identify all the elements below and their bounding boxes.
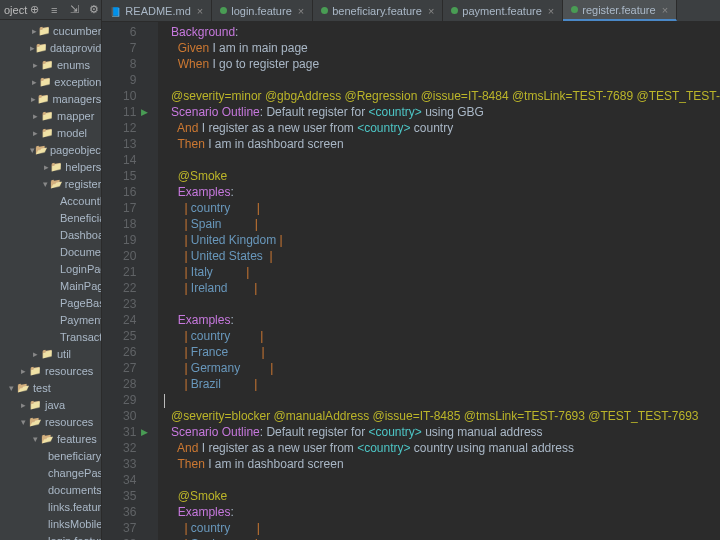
- collapse-icon[interactable]: ⇲: [67, 3, 81, 17]
- feature-icon: [571, 6, 578, 13]
- tree-arrow-icon: ▸: [30, 128, 40, 138]
- code-line[interactable]: [164, 152, 720, 168]
- fold-margin: [142, 22, 158, 540]
- line-number: 29: [102, 392, 136, 408]
- tree-node[interactable]: ▸util: [0, 345, 101, 362]
- tree-node[interactable]: ▾register: [0, 175, 101, 192]
- close-tab-icon[interactable]: ×: [662, 4, 668, 16]
- line-number: 33: [102, 456, 136, 472]
- code-line[interactable]: @Smoke: [164, 488, 720, 504]
- project-tree[interactable]: ▸cucumber▸dataproviders▸enums▸exception▸…: [0, 20, 101, 540]
- editor-tab[interactable]: README.md×: [102, 0, 212, 21]
- code-line[interactable]: Then I am in dashboard screen: [164, 456, 720, 472]
- code-line[interactable]: @severity=minor @gbgAddress @Regression …: [164, 88, 720, 104]
- close-tab-icon[interactable]: ×: [428, 5, 434, 17]
- tree-node[interactable]: linksMobileView.feature: [0, 515, 101, 532]
- code-line[interactable]: [164, 472, 720, 488]
- line-number: 17: [102, 200, 136, 216]
- code-line[interactable]: Scenario Outline: Default register for <…: [164, 424, 720, 440]
- code-line[interactable]: And I register as a new user from <count…: [164, 120, 720, 136]
- tree-node[interactable]: changePassword.feature: [0, 464, 101, 481]
- tree-label: DashboardPage: [60, 229, 101, 241]
- locate-icon[interactable]: ⊕: [27, 3, 41, 17]
- code-line[interactable]: Examples:: [164, 312, 720, 328]
- editor-tab[interactable]: beneficiary.feature×: [313, 0, 443, 21]
- editor-tab[interactable]: login.feature×: [212, 0, 313, 21]
- tree-label: LoginPage: [60, 263, 101, 275]
- tree-node[interactable]: ▾resources: [0, 413, 101, 430]
- code-line[interactable]: | Italy |: [164, 264, 720, 280]
- tree-node[interactable]: login.feature: [0, 532, 101, 540]
- tree-node[interactable]: beneficiary.feature: [0, 447, 101, 464]
- code-line[interactable]: @Smoke: [164, 168, 720, 184]
- code-line[interactable]: | country |: [164, 520, 720, 536]
- source-code[interactable]: Background: Given I am in main page When…: [158, 22, 720, 540]
- close-tab-icon[interactable]: ×: [197, 5, 203, 17]
- code-editor[interactable]: 6789101112131415161718192021222324252627…: [102, 22, 720, 540]
- code-line[interactable]: | country |: [164, 328, 720, 344]
- tree-node[interactable]: AccountPage: [0, 192, 101, 209]
- code-line[interactable]: | country |: [164, 200, 720, 216]
- code-line[interactable]: And I register as a new user from <count…: [164, 440, 720, 456]
- settings-icon[interactable]: ⚙: [87, 3, 101, 17]
- line-number: 6: [102, 24, 136, 40]
- tree-node[interactable]: PaymentPage: [0, 311, 101, 328]
- code-line[interactable]: When I go to register page: [164, 56, 720, 72]
- code-line[interactable]: Examples:: [164, 504, 720, 520]
- code-line[interactable]: Given I am in main page: [164, 40, 720, 56]
- tree-node[interactable]: ▸java: [0, 396, 101, 413]
- code-line[interactable]: | United Kingdom |: [164, 232, 720, 248]
- line-number: 37: [102, 520, 136, 536]
- close-tab-icon[interactable]: ×: [548, 5, 554, 17]
- tree-node[interactable]: ▸dataproviders: [0, 39, 101, 56]
- tree-node[interactable]: MainPage: [0, 277, 101, 294]
- tree-node[interactable]: ▸exception: [0, 73, 101, 90]
- tree-node[interactable]: ▸mapper: [0, 107, 101, 124]
- tree-node[interactable]: links.feature: [0, 498, 101, 515]
- tree-label: DocumentsPage: [60, 246, 101, 258]
- tab-label: register.feature: [582, 4, 655, 16]
- code-line[interactable]: [164, 296, 720, 312]
- code-line[interactable]: | Brazil |: [164, 376, 720, 392]
- tree-node[interactable]: TransactionPage: [0, 328, 101, 345]
- tree-node[interactable]: ▾pageobject: [0, 141, 101, 158]
- code-line[interactable]: | United States |: [164, 248, 720, 264]
- code-line[interactable]: | Spain |: [164, 216, 720, 232]
- tree-node[interactable]: ▾test: [0, 379, 101, 396]
- code-line[interactable]: | Ireland |: [164, 280, 720, 296]
- tree-label: mapper: [57, 110, 94, 122]
- line-number: 19: [102, 232, 136, 248]
- tree-node[interactable]: DocumentsPage: [0, 243, 101, 260]
- code-line[interactable]: Background:: [164, 24, 720, 40]
- tree-node[interactable]: LoginPage: [0, 260, 101, 277]
- tree-node[interactable]: ▾features: [0, 430, 101, 447]
- editor-tab[interactable]: register.feature×: [563, 0, 677, 21]
- expand-icon[interactable]: ≡: [47, 3, 61, 17]
- tree-label: managers: [52, 93, 101, 105]
- code-line[interactable]: Then I am in dashboard screen: [164, 136, 720, 152]
- tree-node[interactable]: PageBase: [0, 294, 101, 311]
- tree-node[interactable]: documents.feature: [0, 481, 101, 498]
- feature-icon: [451, 7, 458, 14]
- tree-label: resources: [45, 365, 93, 377]
- code-line[interactable]: Scenario Outline: Default register for <…: [164, 104, 720, 120]
- tree-node[interactable]: ▸enums: [0, 56, 101, 73]
- tree-node[interactable]: ▸helpers: [0, 158, 101, 175]
- tree-label: util: [57, 348, 71, 360]
- code-line[interactable]: | France |: [164, 344, 720, 360]
- editor-tab[interactable]: payment.feature×: [443, 0, 563, 21]
- close-tab-icon[interactable]: ×: [298, 5, 304, 17]
- line-number: 16: [102, 184, 136, 200]
- tree-node[interactable]: ▸model: [0, 124, 101, 141]
- tree-node[interactable]: ▸managers: [0, 90, 101, 107]
- tree-node[interactable]: ▸resources: [0, 362, 101, 379]
- tree-node[interactable]: ▸cucumber: [0, 22, 101, 39]
- code-line[interactable]: @severity=blocker @manualAddress @issue=…: [164, 408, 720, 424]
- code-line[interactable]: [164, 392, 720, 408]
- code-line[interactable]: | Germany |: [164, 360, 720, 376]
- code-line[interactable]: [164, 72, 720, 88]
- tree-arrow-icon: ▸: [18, 400, 28, 410]
- tree-node[interactable]: DashboardPage: [0, 226, 101, 243]
- tree-node[interactable]: BeneficiaryPage: [0, 209, 101, 226]
- code-line[interactable]: Examples:: [164, 184, 720, 200]
